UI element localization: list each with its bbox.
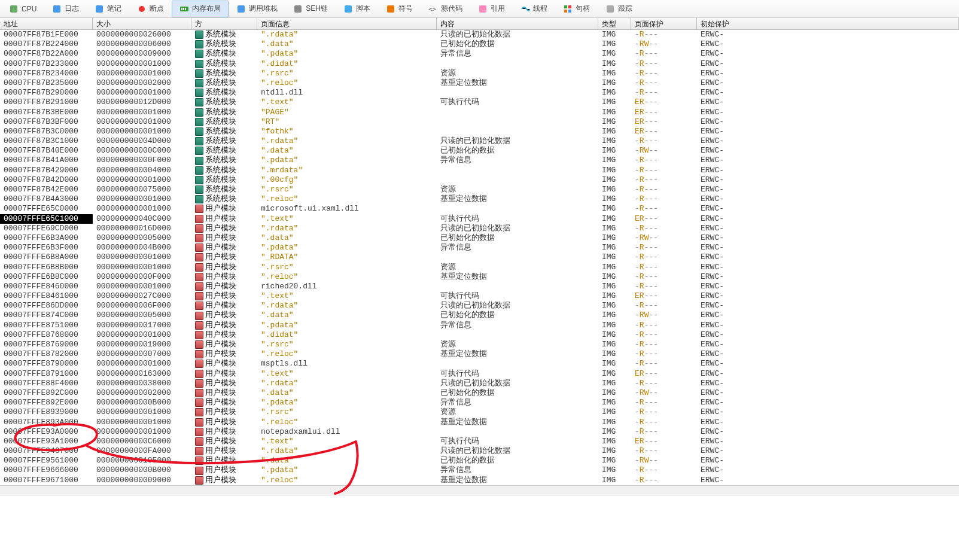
cell-init: ERWC-	[697, 301, 763, 311]
cell-init: ERWC-	[697, 88, 763, 98]
table-row[interactable]: 00007FFFE874C0000000000000005000用户模块".da…	[0, 311, 959, 320]
table-row[interactable]: 00007FF87B41A000000000000000F000系统模块".pd…	[0, 156, 959, 165]
cell-addr: 00007FF87B235000	[0, 78, 93, 88]
log-icon	[52, 4, 62, 14]
svg-rect-7	[185, 8, 186, 10]
tab-source[interactable]: <>源代码	[421, 1, 470, 17]
table-row[interactable]: 00007FFFE6B8C000000000000000F000用户模块".re…	[0, 272, 959, 282]
table-row[interactable]: 00007FF87B2240000000000000006000系统模块".da…	[0, 39, 959, 49]
cell-size: 0000000000001000	[93, 330, 191, 340]
table-row[interactable]: 00007FF87B42E0000000000000075000系统模块".rs…	[0, 185, 959, 194]
table-row[interactable]: 00007FFFE65C00000000000000001000用户模块micr…	[0, 204, 959, 214]
table-row[interactable]: 00007FF87B3BF0000000000000001000系统模块"RT"…	[0, 117, 959, 127]
col-content[interactable]: 内容	[437, 18, 598, 29]
table-row[interactable]: 00007FF87B42D0000000000000001000系统模块".00…	[0, 175, 959, 185]
table-row[interactable]: 00007FF87B2900000000000000001000系统模块ntdl…	[0, 88, 959, 98]
table-row[interactable]: 00007FFFE88F40000000000000038000用户模块".rd…	[0, 379, 959, 388]
table-row[interactable]: 00007FFFE6B3F000000000000004B000用户模块".pd…	[0, 243, 959, 252]
cell-content: 可执行代码	[437, 291, 598, 301]
table-row[interactable]: 00007FFFE8461000000000000027C000用户模块".te…	[0, 291, 959, 301]
tab-cpu[interactable]: CPU	[1, 1, 44, 17]
table-row[interactable]: 00007FFFE893A0000000000000001000用户模块".re…	[0, 418, 959, 427]
cell-info: ".rdata"	[257, 30, 437, 39]
table-row[interactable]: 00007FFFE87690000000000000019000用户模块".rs…	[0, 340, 959, 349]
memory-map-table[interactable]: 00007FF87B1FE0000000000000026000系统模块".rd…	[0, 30, 959, 485]
tab-breakpoints[interactable]: 断点	[129, 1, 172, 17]
cell-size: 0000000000001000	[93, 359, 191, 369]
tab-trace[interactable]: 跟踪	[598, 1, 640, 17]
table-row[interactable]: 00007FFFE87680000000000000001000用户模块".di…	[0, 330, 959, 340]
cell-type: IMG	[598, 49, 631, 59]
cell-info: ".rdata"	[257, 446, 437, 456]
cell-content: 异常信息	[437, 49, 598, 59]
table-row[interactable]: 00007FFFE946700000000000000FA000用户模块".rd…	[0, 446, 959, 456]
cell-content: 资源	[437, 185, 598, 194]
table-row[interactable]: 00007FF87B4A30000000000000001000系统模块".re…	[0, 194, 959, 204]
table-row[interactable]: 00007FFFE892E000000000000000B000用户模块".pd…	[0, 398, 959, 407]
tab-memmap[interactable]: 内存布局	[172, 1, 229, 17]
table-row[interactable]: 00007FF87B22A0000000000000009000系统模块".pd…	[0, 49, 959, 59]
table-row[interactable]: 00007FFFE86DD000000000000006F000用户模块".rd…	[0, 301, 959, 311]
tab-symbols[interactable]: 符号	[378, 1, 421, 17]
table-row[interactable]: 00007FFFE87900000000000000001000用户模块mspt…	[0, 359, 959, 369]
table-row[interactable]: 00007FF87B1FE0000000000000026000系统模块".rd…	[0, 30, 959, 39]
col-side[interactable]: 方	[191, 18, 257, 29]
table-row[interactable]: 00007FFFE6B3A0000000000000005000用户模块".da…	[0, 233, 959, 243]
cell-info: ".reloc"	[257, 272, 437, 282]
tab-threads[interactable]: 线程	[513, 1, 555, 17]
col-size[interactable]: 大小	[93, 18, 191, 29]
table-row[interactable]: 00007FFFE65C1000000000000040C000用户模块".te…	[0, 214, 959, 224]
col-prot[interactable]: 页面保护	[631, 18, 697, 29]
table-row[interactable]: 00007FF87B3C1000000000000004D000系统模块".rd…	[0, 136, 959, 146]
cell-info: ".pdata"	[257, 243, 437, 252]
tab-callstack[interactable]: 调用堆栈	[229, 1, 285, 17]
table-row[interactable]: 00007FF87B2340000000000000001000系统模块".rs…	[0, 69, 959, 78]
col-init[interactable]: 初始保护	[697, 18, 959, 29]
table-row[interactable]: 00007FFFE69CD000000000000016D000用户模块".rd…	[0, 224, 959, 233]
cell-side: 用户模块	[191, 349, 257, 359]
cell-type: IMG	[598, 233, 631, 243]
table-row[interactable]: 00007FFFE6B8A0000000000000001000用户模块"_RD…	[0, 252, 959, 262]
cell-addr: 00007FF87B42D000	[0, 175, 93, 185]
tab-refs[interactable]: 引用	[470, 1, 513, 17]
table-row[interactable]: 00007FFFE6B8B0000000000000001000用户模块".rs…	[0, 263, 959, 272]
col-type[interactable]: 类型	[598, 18, 631, 29]
tab-notes[interactable]: 笔记	[87, 1, 129, 17]
table-row[interactable]: 00007FFFE93A100000000000000C6000用户模块".te…	[0, 437, 959, 446]
table-row[interactable]: 00007FF87B2350000000000000002000系统模块".re…	[0, 78, 959, 88]
cell-info: microsoft.ui.xaml.dll	[257, 204, 437, 214]
table-row[interactable]: 00007FFFE96710000000000000009000用户模块".re…	[0, 476, 959, 485]
cell-prot: -R---	[631, 243, 697, 252]
table-row[interactable]: 00007FFFE87820000000000000007000用户模块".re…	[0, 349, 959, 359]
horizontal-scrollbar[interactable]	[0, 485, 959, 496]
cell-size: 000000000012D000	[93, 98, 191, 107]
tab-log[interactable]: 日志	[44, 1, 87, 17]
tab-script[interactable]: 脚本	[336, 1, 378, 17]
table-row[interactable]: 00007FFFE89390000000000000001000用户模块".rs…	[0, 407, 959, 417]
cell-addr: 00007FF87B40E000	[0, 146, 93, 156]
table-row[interactable]: 00007FFFE9666000000000000000B000用户模块".pd…	[0, 465, 959, 475]
table-row[interactable]: 00007FFFE87510000000000000017000用户模块".pd…	[0, 321, 959, 330]
table-row[interactable]: 00007FFFE87910000000000000163000用户模块".te…	[0, 369, 959, 379]
cell-size: 0000000000005000	[93, 311, 191, 320]
cell-addr: 00007FF87B1FE000	[0, 30, 93, 39]
tab-label: 断点	[150, 4, 164, 14]
col-addr[interactable]: 地址	[0, 18, 93, 29]
cell-type: IMG	[598, 272, 631, 282]
table-row[interactable]: 00007FF87B40E000000000000000C000系统模块".da…	[0, 146, 959, 156]
tab-seh[interactable]: SEH链	[285, 1, 336, 17]
tab-label: 脚本	[356, 4, 370, 14]
table-row[interactable]: 00007FF87B2330000000000000001000系统模块".di…	[0, 59, 959, 69]
cell-side: 系统模块	[191, 117, 257, 127]
tab-handles[interactable]: 句柄	[555, 1, 598, 17]
table-row[interactable]: 00007FFFE892C0000000000000002000用户模块".da…	[0, 388, 959, 398]
table-row[interactable]: 00007FF87B291000000000000012D000系统模块".te…	[0, 98, 959, 107]
table-row[interactable]: 00007FFFE95610000000000000105000用户模块".da…	[0, 456, 959, 465]
table-row[interactable]: 00007FF87B4290000000000000004000系统模块".mr…	[0, 166, 959, 175]
table-row[interactable]: 00007FFFE84600000000000000001000用户模块rich…	[0, 282, 959, 291]
col-info[interactable]: 页面信息	[257, 18, 437, 29]
table-row[interactable]: 00007FF87B3C00000000000000001000系统模块"fot…	[0, 127, 959, 136]
table-row[interactable]: 00007FF87B3BE0000000000000001000系统模块"PAG…	[0, 108, 959, 117]
table-row[interactable]: 00007FFFE93A00000000000000001000用户模块note…	[0, 427, 959, 437]
cell-size: 0000000000005000	[93, 233, 191, 243]
